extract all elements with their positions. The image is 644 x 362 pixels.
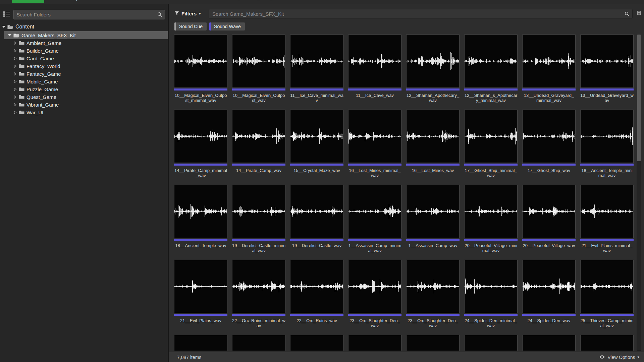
folder-item-ambient_game[interactable]: Ambient_Game xyxy=(0,39,168,47)
sound-wave-type-bar xyxy=(464,88,518,90)
asset-tile[interactable]: 24__Spider_Den_minimal_wav xyxy=(464,260,518,332)
asset-tile[interactable]: 1__Assassin_Camp_wav xyxy=(406,185,460,257)
asset-tile[interactable] xyxy=(580,335,634,351)
save-all-button[interactable]: Save All xyxy=(101,0,125,3)
asset-tile[interactable]: 13__Undead_Graveyard_minimal_wav xyxy=(522,35,576,107)
asset-tile[interactable]: 24__Spider_Den_wav xyxy=(522,260,576,332)
asset-tile[interactable]: 11__Ice_Cave_wav xyxy=(348,35,401,107)
asset-name: 23__Orc_Slaughter_Den_wav xyxy=(406,318,460,332)
asset-tile[interactable]: 12__Shaman_s_Apothecary_minimal_wav xyxy=(464,35,518,107)
add-new-button[interactable]: Add New xyxy=(12,0,44,3)
expander-open-icon[interactable] xyxy=(8,34,11,36)
expander-closed-icon[interactable] xyxy=(13,95,17,99)
asset-tile[interactable]: 12__Shaman_Apothecary_wav xyxy=(406,35,460,107)
asset-tile[interactable]: 17__Ghost_Ship_wav xyxy=(522,110,576,182)
asset-tile[interactable]: 20__Peaceful_Village_wav xyxy=(522,185,576,257)
expander-closed-icon[interactable] xyxy=(13,49,17,53)
folder-label: Quest_Game xyxy=(26,94,56,100)
asset-name: 18__Ancient_Temple_wav xyxy=(174,243,227,257)
asset-tile[interactable]: 11__Ice_Cave_minimal_wav xyxy=(290,35,343,107)
breadcrumb-current[interactable]: Game_Makers_SFX_Kit xyxy=(224,0,278,3)
folder-item-mobile_game[interactable]: Mobile_Game xyxy=(0,78,168,85)
expander-closed-icon[interactable] xyxy=(13,111,17,114)
asset-tile[interactable]: 16__Lost_Mines_wav xyxy=(406,110,460,182)
asset-tile[interactable]: 18__Ancient_Temple_wav xyxy=(174,185,227,257)
expander-closed-icon[interactable] xyxy=(13,103,17,107)
waveform-thumbnail xyxy=(348,185,401,238)
asset-tile[interactable]: 16__Lost_Mines_minimal_wav xyxy=(348,110,401,182)
filter-chip-sound-wave[interactable]: Sound Wave xyxy=(209,22,245,31)
asset-tile[interactable]: 10__Magical_Elven_Outpost_minimal_wav xyxy=(174,35,227,107)
expander-closed-icon[interactable] xyxy=(13,72,17,76)
asset-tile[interactable]: 14__Pirate_Camp_wav xyxy=(232,110,285,182)
asset-tile[interactable] xyxy=(290,335,343,351)
asset-tile[interactable]: 10__Magical_Elven_Outpost_wav xyxy=(232,35,285,107)
asset-tile[interactable]: 1__Assassin_Camp_minimal_wav xyxy=(348,185,401,257)
asset-tile[interactable]: 21__Evil_Plains_minimal_wav xyxy=(580,185,634,257)
expander-closed-icon[interactable] xyxy=(13,41,17,45)
folder-item-card_game[interactable]: Card_Game xyxy=(0,55,168,62)
asset-tile[interactable] xyxy=(406,335,460,351)
asset-tile[interactable] xyxy=(232,335,285,351)
expander-open-icon[interactable] xyxy=(2,26,5,28)
folder-item-builder_game[interactable]: Builder_Game xyxy=(0,47,168,55)
asset-tile[interactable]: 23__Orc_Slaughter_Den_wav xyxy=(406,260,460,332)
asset-tile[interactable] xyxy=(174,335,227,351)
filter-chip-sound-cue[interactable]: Sound Cue xyxy=(174,22,207,31)
waveform-thumbnail xyxy=(290,260,343,313)
asset-search-input[interactable] xyxy=(209,9,633,18)
asset-name: 13__Undead_Graveyard_minimal_wav xyxy=(522,93,576,107)
folder-selected[interactable]: Game_Makers_SFX_Kit xyxy=(4,31,168,39)
item-count: 7,087 items xyxy=(177,355,201,360)
expander-closed-icon[interactable] xyxy=(13,87,17,91)
asset-tile[interactable]: 17__Ghost_Ship_minimal_wav xyxy=(464,110,518,182)
sound-wave-type-bar xyxy=(290,164,343,166)
expander-closed-icon[interactable] xyxy=(13,57,17,60)
expander-closed-icon[interactable] xyxy=(13,80,17,83)
asset-tile[interactable]: 19__Derelict_Castle_wav xyxy=(290,185,343,257)
folder-item-fantacy_world[interactable]: Fantacy_World xyxy=(0,62,168,70)
sound-wave-type-bar xyxy=(232,239,285,241)
folder-item-puzzle_game[interactable]: Puzzle_Game xyxy=(0,85,168,93)
import-button[interactable]: Import xyxy=(64,0,85,3)
vertical-scrollbar[interactable] xyxy=(637,34,641,351)
expander-closed-icon[interactable] xyxy=(13,64,17,68)
asset-tile[interactable]: 22__Orc_Ruins_minimal_wav xyxy=(232,260,285,332)
filters-button[interactable]: Filters ▾ xyxy=(174,9,201,18)
asset-tile[interactable]: 14__Pirate_Camp_minimal_wav xyxy=(174,110,227,182)
folder-item-vibrant_game[interactable]: Vibrant_Game xyxy=(0,101,168,109)
asset-search-field[interactable] xyxy=(209,11,625,17)
asset-name: 23__Orc_Slaughter_Den_wav xyxy=(348,318,401,332)
folder-search-field[interactable] xyxy=(14,12,157,17)
asset-tile[interactable]: 19__Derelict_Castle_minimal_wav xyxy=(232,185,285,257)
save-search-icon[interactable] xyxy=(637,10,641,15)
asset-name: 22__Orc_Ruins_minimal_wav xyxy=(232,318,285,332)
asset-tile[interactable] xyxy=(522,335,576,351)
asset-tile[interactable]: 25__Thieves_Camp_minimal_wav xyxy=(580,260,634,332)
view-options-button[interactable]: View Options ▾ xyxy=(599,355,639,360)
breadcrumb-root[interactable]: Content xyxy=(175,0,199,3)
asset-tile[interactable] xyxy=(464,335,518,351)
folder-item-war_ui[interactable]: War_UI xyxy=(0,109,168,116)
folder-content-root[interactable]: Content xyxy=(0,22,168,31)
asset-tile[interactable]: 13__Undead_Graveyard_wav xyxy=(580,35,634,107)
asset-tile[interactable]: 23__Orc_Slaughter_Den_wav xyxy=(348,260,401,332)
asset-tile[interactable] xyxy=(348,335,401,351)
forward-button[interactable]: › xyxy=(161,0,163,3)
waveform-thumbnail xyxy=(232,260,285,313)
folder-item-quest_game[interactable]: Quest_Game xyxy=(0,93,168,101)
asset-name: 11__Ice_Cave_wav xyxy=(348,93,401,107)
folder-item-fantacy_game[interactable]: Fantacy_Game xyxy=(0,70,168,78)
waveform-thumbnail xyxy=(348,335,401,351)
back-button[interactable]: ‹ xyxy=(150,0,152,3)
asset-tile[interactable]: 15__Crystal_Maze_wav xyxy=(290,110,343,182)
asset-tile[interactable]: 20__Peaceful_Village_minimal_wav xyxy=(464,185,518,257)
asset-name: 11__Ice_Cave_minimal_wav xyxy=(290,93,343,107)
asset-tile[interactable]: 18__Ancient_Temple_minimal_wav xyxy=(580,110,634,182)
sources-toggle-icon[interactable] xyxy=(3,11,10,17)
folder-search-input[interactable] xyxy=(13,10,165,19)
scrollbar-thumb[interactable] xyxy=(637,35,641,161)
sound-wave-type-bar xyxy=(406,88,460,90)
asset-tile[interactable]: 22__Orc_Ruins_wav xyxy=(290,260,343,332)
asset-tile[interactable]: 21__Evil_Plains_wav xyxy=(174,260,227,332)
